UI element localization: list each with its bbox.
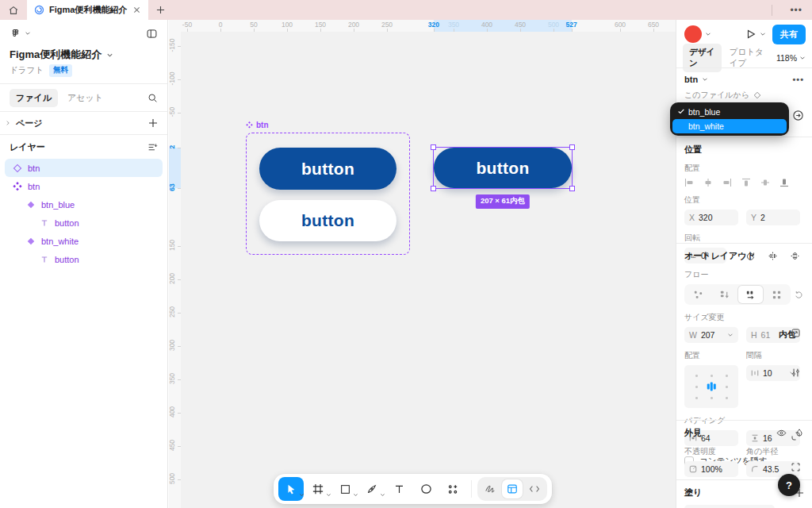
search-icon[interactable] [147,93,158,103]
align-right-icon[interactable] [722,178,732,187]
chevron-right-icon[interactable] [5,120,11,126]
share-button[interactable]: 共有 [772,25,806,44]
new-tab-button[interactable] [148,0,172,20]
align-v-center-icon[interactable] [760,178,770,187]
layer-options-icon[interactable] [147,142,158,152]
align-bottom-icon[interactable] [779,178,789,187]
y-position-input[interactable]: Y2 [746,210,800,225]
chevron-down-icon[interactable] [353,492,358,498]
chevron-down-icon[interactable] [760,31,766,37]
draw-annotate-button[interactable] [480,479,500,498]
home-button[interactable] [0,0,27,20]
tab-assets[interactable]: アセット [61,89,109,107]
chevron-down-icon[interactable] [299,492,304,498]
shape-tool-button[interactable] [332,477,358,501]
avatar[interactable] [684,25,702,43]
reset-auto-layout-icon[interactable] [794,290,804,300]
zoom-level-dropdown[interactable]: 118% [776,53,806,63]
canvas-button-white[interactable]: button [259,200,396,241]
present-play-icon[interactable] [745,29,756,40]
flow-vertical-icon[interactable] [712,286,737,303]
v-ruler-tick: 2 [169,135,176,159]
visibility-eye-icon[interactable] [776,428,787,438]
question-mark-icon: ? [786,479,792,491]
actions-button[interactable] [440,477,465,501]
main-menu-button[interactable] [10,28,31,40]
frame-tool-button[interactable] [305,477,331,501]
blend-mode-icon[interactable] [795,428,804,438]
tabbar-divider [772,5,772,16]
layer-row-btn-0[interactable]: btn [5,159,163,177]
component-source-label: このファイルから [684,90,749,101]
button-label: button [301,160,354,179]
opacity-input[interactable]: 100% [684,461,738,477]
selection-handle[interactable] [431,144,436,150]
layer-row-btn-1[interactable]: btn [5,177,163,195]
chevron-down-icon[interactable] [380,492,385,498]
chevron-down-icon [25,30,31,37]
variant-option-btn-white[interactable]: btn_white [672,119,787,133]
selection-handle[interactable] [569,144,575,150]
file-tab[interactable]: Figma便利機能紹介 [27,0,148,20]
dev-mode-toggle[interactable] [502,479,523,498]
layer-row-button-5[interactable]: button [5,250,163,268]
figma-logo-icon [10,28,21,40]
variant-option-btn-blue[interactable]: btn_blue [672,105,787,119]
tab-close-icon[interactable] [133,6,140,13]
move-tool-button[interactable] [278,477,304,501]
v-ruler-tick: -150 [169,33,176,57]
chevron-down-icon[interactable] [106,52,113,59]
flow-wrap-icon[interactable] [764,286,789,303]
al-align-label: 配置 [684,350,738,361]
text-tool-button[interactable] [386,477,412,501]
position-label: 位置 [684,194,804,206]
pages-label[interactable]: ページ [16,117,43,129]
file-name: Figma便利機能紹介 [10,48,102,62]
selection-handle[interactable] [431,186,436,191]
chevron-down-icon[interactable] [705,31,711,37]
swap-instance-icon[interactable] [792,110,804,121]
v-ruler-tick: 150 [169,233,176,257]
component-more-icon[interactable]: ••• [792,75,804,84]
x-position-input[interactable]: X320 [684,210,738,225]
left-sidebar: Figma便利機能紹介 ドラフト 無料 ファイル アセット ページ レイヤー b… [0,20,168,508]
free-plan-badge[interactable]: 無料 [49,64,72,77]
fill-color-input[interactable]: 004E9D 100% [684,505,775,508]
dev-mode-icon [507,483,518,495]
alignment-box[interactable] [684,365,738,408]
add-page-icon[interactable] [148,118,158,128]
canvas-button-instance[interactable]: button [434,148,572,188]
alignment-settings-icon[interactable] [791,368,801,378]
button-label: button [301,211,354,230]
align-left-icon[interactable] [684,178,694,187]
selection-handle[interactable] [569,186,575,191]
canvas-button-blue[interactable]: button [259,148,396,190]
layer-row-button-3[interactable]: button [5,214,163,232]
width-input[interactable]: W207 [684,327,738,343]
v-ruler-tick: -100 [169,67,176,90]
scribble-icon [485,483,496,495]
window-menu-button[interactable]: ••• [780,5,812,16]
help-button[interactable]: ? [778,474,800,496]
tab-files[interactable]: ファイル [10,89,58,107]
h-ruler-tick: 250 [375,21,399,29]
resize-settings-icon[interactable] [791,328,801,338]
comment-tool-button[interactable] [413,477,439,501]
individual-corners-icon[interactable] [791,462,801,472]
component-frame-label[interactable]: btn [246,121,269,129]
toggle-sidebar-icon[interactable] [146,28,158,40]
chevron-down-icon[interactable] [702,76,708,83]
v-ruler-tick: 400 [169,400,176,424]
align-top-icon[interactable] [741,178,751,187]
code-button[interactable] [524,479,545,498]
flow-freeform-icon[interactable] [686,286,710,303]
actions-icon [447,483,459,495]
tab-title: Figma便利機能紹介 [49,4,127,16]
canvas[interactable]: -500501001502002503203504004505005276006… [169,20,676,508]
layer-row-btn_white-4[interactable]: btn_white [5,232,163,250]
layer-row-btn_blue-2[interactable]: btn_blue [5,195,163,214]
flow-horizontal-icon[interactable] [738,286,763,303]
chevron-down-icon[interactable] [326,492,331,498]
align-h-center-icon[interactable] [703,178,713,187]
pen-tool-button[interactable] [359,477,385,501]
